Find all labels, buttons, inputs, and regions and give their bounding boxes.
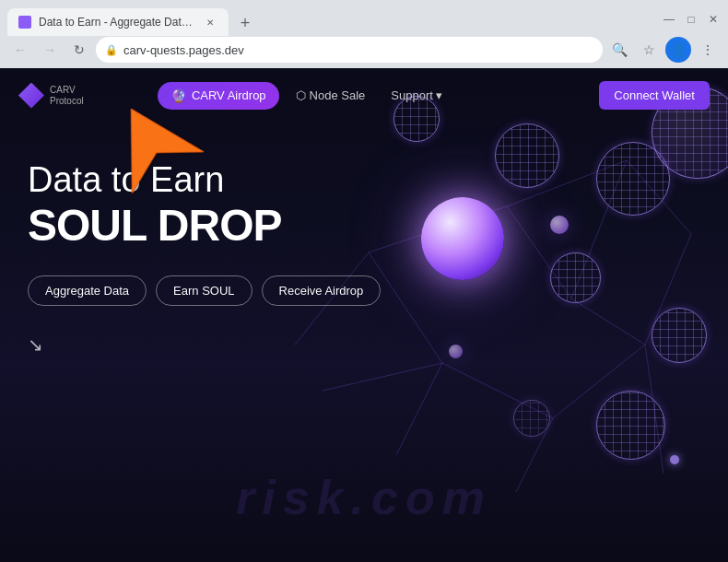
tab-bar: Data to Earn - Aggregate Data... ✕ + xyxy=(7,3,258,36)
support-link[interactable]: Support ▾ xyxy=(382,83,452,108)
forward-button[interactable]: → xyxy=(37,37,63,63)
window-controls: — □ ✕ xyxy=(662,12,721,27)
support-chevron-icon: ▾ xyxy=(436,88,442,102)
logo[interactable]: CARV Protocol xyxy=(18,83,84,109)
hero-buttons: Aggregate Data Earn SOUL Receive Airdrop xyxy=(28,275,700,306)
browser-toolbar-icons: 🔍 ☆ 👤 ⋮ xyxy=(606,37,721,63)
tab-favicon xyxy=(18,16,31,29)
grid-sphere-7 xyxy=(513,400,550,437)
back-button[interactable]: ← xyxy=(7,37,33,63)
minimize-button[interactable]: — xyxy=(662,12,676,27)
website-content: CARV Protocol 🔮 CARV Airdrop ⬡ Node Sale… xyxy=(0,68,728,562)
tab-close-button[interactable]: ✕ xyxy=(203,15,217,29)
watermark: risk.com xyxy=(236,470,492,525)
lock-icon: 🔒 xyxy=(105,44,118,56)
menu-button[interactable]: ⋮ xyxy=(695,37,721,63)
title-bar: Data to Earn - Aggregate Data... ✕ + — □… xyxy=(0,0,728,33)
browser-window: Data to Earn - Aggregate Data... ✕ + — □… xyxy=(0,0,728,68)
close-window-button[interactable]: ✕ xyxy=(706,12,721,27)
grid-sphere-8 xyxy=(596,391,665,460)
logo-icon xyxy=(18,83,44,109)
tab-title: Data to Earn - Aggregate Data... xyxy=(39,16,195,29)
active-tab[interactable]: Data to Earn - Aggregate Data... ✕ xyxy=(7,8,229,36)
hero-title: SOUL DROP xyxy=(28,202,700,251)
node-sale-icon: ⬡ xyxy=(296,88,306,102)
scroll-arrow: ↘ xyxy=(28,334,700,356)
url-text: carv-quests.pages.dev xyxy=(123,43,244,57)
maximize-button[interactable]: □ xyxy=(684,12,699,27)
profile-button[interactable]: 👤 xyxy=(665,37,691,63)
nav-center: 🔮 CARV Airdrop ⬡ Node Sale Support ▾ xyxy=(158,82,452,110)
bookmark-icon[interactable]: ☆ xyxy=(636,37,662,63)
aggregate-data-button[interactable]: Aggregate Data xyxy=(28,275,147,306)
connect-wallet-button[interactable]: Connect Wallet xyxy=(599,81,710,110)
node-sale-link[interactable]: ⬡ Node Sale xyxy=(287,83,375,108)
logo-text: CARV Protocol xyxy=(50,85,84,107)
nav-right: Connect Wallet xyxy=(599,81,710,110)
refresh-button[interactable]: ↻ xyxy=(66,37,92,63)
glow-dot-1 xyxy=(670,455,679,464)
earn-soul-button[interactable]: Earn SOUL xyxy=(156,275,252,306)
receive-airdrop-button[interactable]: Receive Airdrop xyxy=(262,275,382,306)
new-tab-button[interactable]: + xyxy=(232,10,258,36)
search-icon[interactable]: 🔍 xyxy=(606,37,632,63)
site-nav: CARV Protocol 🔮 CARV Airdrop ⬡ Node Sale… xyxy=(0,68,728,123)
address-bar-row: ← → ↻ 🔒 carv-quests.pages.dev 🔍 ☆ 👤 ⋮ xyxy=(0,33,728,68)
hero-section: Data to Earn SOUL DROP Aggregate Data Ea… xyxy=(0,123,728,392)
address-bar[interactable]: 🔒 carv-quests.pages.dev xyxy=(96,37,603,63)
